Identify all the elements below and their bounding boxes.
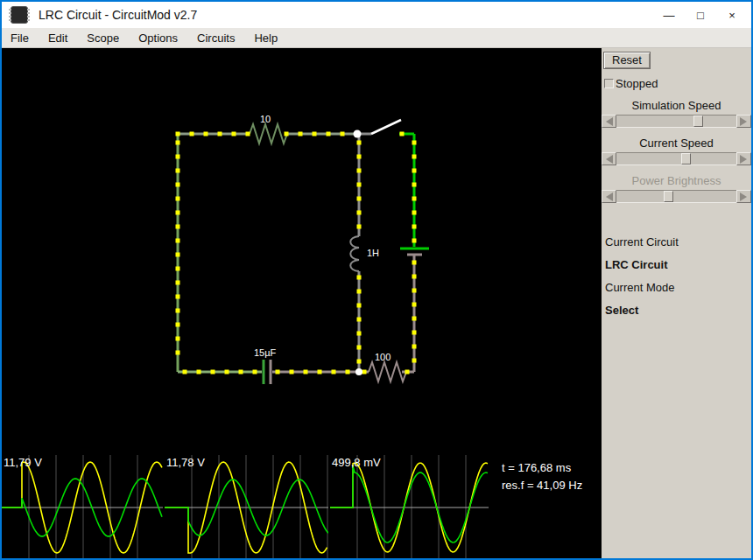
menu-options[interactable]: Options — [138, 32, 178, 45]
current-dots — [176, 132, 417, 374]
circuit-canvas[interactable]: 10 1H 15µF 100 11,79 V 11,78 V 499,8 mV … — [2, 48, 602, 558]
checkbox-icon[interactable] — [604, 79, 614, 88]
junction-top[interactable] — [354, 130, 362, 138]
scope-panel-3[interactable]: 499,8 mV — [330, 455, 489, 558]
slider-right-arrow-icon[interactable] — [736, 115, 751, 128]
title-bar: LRC Circuit - CircuitMod v2.7 — □ × — [2, 2, 751, 28]
status-block: Current Circuit LRC Circuit Current Mode… — [605, 235, 751, 317]
current-speed-label: Current Speed — [602, 136, 751, 150]
slider-thumb[interactable] — [664, 191, 673, 202]
control-sidebar: Reset Stopped Simulation Speed Current S… — [602, 48, 751, 558]
resistor-10-label: 10 — [260, 115, 271, 124]
simulation-speed-label: Simulation Speed — [602, 99, 751, 112]
slider-track[interactable] — [616, 115, 736, 128]
window-title: LRC Circuit - CircuitMod v2.7 — [39, 8, 197, 22]
stopped-checkbox-row[interactable]: Stopped — [604, 77, 751, 90]
menu-file[interactable]: File — [11, 32, 29, 45]
resistor-100[interactable] — [369, 362, 406, 382]
switch-lever[interactable] — [371, 120, 401, 134]
stopped-checkbox-label: Stopped — [616, 77, 658, 90]
window-controls: — □ × — [653, 2, 748, 28]
current-mode-heading: Current Mode — [605, 281, 751, 294]
close-button[interactable]: × — [716, 2, 748, 28]
slider-left-arrow-icon[interactable] — [602, 115, 616, 128]
wire-source-positive[interactable] — [399, 134, 414, 247]
slider-right-arrow-icon[interactable] — [736, 152, 751, 165]
scope-panel-1-label: 11,79 V — [4, 456, 42, 469]
junction-bottom[interactable] — [355, 368, 362, 375]
inductor-1h-label: 1H — [367, 248, 379, 258]
slider-right-arrow-icon[interactable] — [736, 190, 751, 203]
inductor-1h[interactable] — [350, 236, 359, 271]
power-brightness-slider[interactable] — [602, 190, 751, 203]
scope-panel-3-label: 499,8 mV — [332, 456, 381, 469]
time-readout: t = 176,68 ms — [502, 459, 582, 477]
current-circuit-value: LRC Circuit — [605, 258, 751, 271]
resistor-100-label: 100 — [375, 353, 391, 362]
menu-scope[interactable]: Scope — [87, 32, 119, 45]
capacitor-15uf[interactable] — [264, 360, 271, 384]
maximize-button[interactable]: □ — [685, 2, 716, 28]
menu-bar: File Edit Scope Options Circuits Help — [2, 28, 751, 48]
current-circuit-heading: Current Circuit — [605, 235, 751, 248]
app-chip-icon — [11, 6, 28, 24]
slider-left-arrow-icon[interactable] — [602, 152, 616, 165]
scope-panel-2-label: 11,78 V — [166, 456, 205, 469]
menu-circuits[interactable]: Circuits — [197, 32, 235, 45]
scope-panel-2[interactable]: 11,78 V — [165, 455, 328, 558]
menu-edit[interactable]: Edit — [48, 32, 67, 45]
power-brightness-label: Power Brightness — [602, 174, 751, 187]
current-mode-value: Select — [605, 304, 751, 317]
menu-help[interactable]: Help — [254, 32, 278, 45]
slider-track[interactable] — [616, 152, 736, 165]
scope-panel-1[interactable]: 11,79 V — [2, 455, 163, 558]
resistor-10[interactable] — [250, 124, 287, 144]
voltage-source[interactable] — [400, 248, 429, 255]
simulation-speed-slider[interactable] — [602, 115, 751, 128]
slider-thumb[interactable] — [693, 116, 703, 127]
resonant-frequency-readout: res.f = 41,09 Hz — [502, 477, 582, 494]
minimize-button[interactable]: — — [653, 2, 685, 28]
slider-track[interactable] — [616, 190, 736, 203]
simulation-stats: t = 176,68 ms res.f = 41,09 Hz — [502, 459, 582, 494]
app-window: LRC Circuit - CircuitMod v2.7 — □ × File… — [0, 0, 753, 560]
reset-button[interactable]: Reset — [603, 52, 651, 69]
capacitor-15uf-label: 15µF — [254, 348, 276, 358]
slider-thumb[interactable] — [681, 153, 691, 164]
current-speed-slider[interactable] — [602, 152, 751, 165]
slider-left-arrow-icon[interactable] — [602, 190, 616, 203]
